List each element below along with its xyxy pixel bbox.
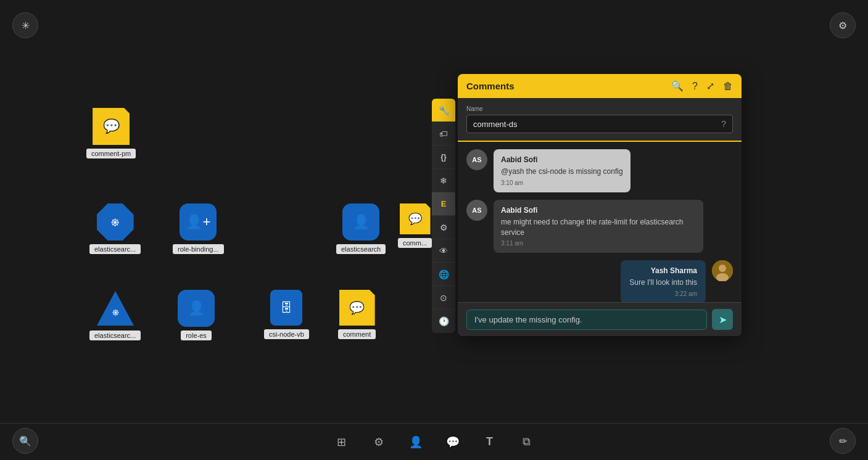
elasticsearch-1-icon: ⎈ [97,203,134,240]
message-time-2: 3:11 am [501,240,696,247]
node-csi-node-vb[interactable]: 🗄 csi-node-vb [264,290,309,339]
comment-pm-icon: 💬 [93,108,130,145]
message-bubble-2: Aabid Sofi me might need to change the r… [494,200,703,253]
help-icon[interactable]: ? [692,81,698,92]
bottom-tool-layers[interactable]: ⧉ [516,431,538,453]
bottom-toolbar: ⊞ ⚙ 👤 💬 T ⧉ [0,423,868,460]
message-sender-1: Aabid Sofi [501,155,623,164]
node-label: elasticsearch [336,244,386,254]
name-field-section: Name comment-ds ? [458,98,742,142]
message-bubble-3: Yash Sharma Sure I'll look into this 3:2… [621,260,706,302]
comments-header-icons: 🔍 ? ⤢ 🗑 [671,80,733,92]
message-text-3: Sure I'll look into this [629,277,697,288]
role-binding-icon: 👤+ [180,203,217,240]
toolbar-tag[interactable]: 🏷 [432,122,455,146]
toolbar-eye[interactable]: 👁 [432,239,455,263]
svg-text:⎈: ⎈ [112,306,118,318]
right-sidebar-toolbar: 🔧 🏷 {} ❄ E ⚙ 👁 🌐 ⊙ 🕐 [432,99,455,333]
message-row-1: AS Aabid Sofi @yash the csi-node is miss… [466,149,733,192]
node-elasticsearch-2[interactable]: 👤 elasticsearch [336,203,386,254]
message-sender-2: Aabid Sofi [501,206,696,215]
toolbar-gear[interactable]: ⚙ [432,216,455,239]
toolbar-github[interactable]: ⊙ [432,286,455,310]
send-button[interactable]: ➤ [712,309,733,330]
elasticsearch-tri-icon: ⎈ [96,290,135,327]
node-role-es[interactable]: 👤 role-es [178,290,215,340]
input-area: ➤ [458,302,742,336]
message-sender-3: Yash Sharma [629,266,697,275]
toolbar-braces[interactable]: {} [432,146,455,169]
bottom-tool-settings[interactable]: ⚙ [368,431,390,453]
node-comment-pm[interactable]: 💬 comment-pm [86,108,136,158]
zoom-button[interactable]: 🔍 [12,428,38,454]
message-input[interactable] [466,310,707,330]
toolbar-wrench[interactable]: 🔧 [432,99,455,122]
name-input-value: comment-ds [473,120,721,129]
node-role-binding[interactable]: 👤+ role-binding... [173,203,224,254]
bottom-tool-chat[interactable]: 💬 [442,431,464,453]
role-es-icon: 👤 [178,290,215,327]
delete-icon[interactable]: 🗑 [723,81,733,92]
comments-header: Comments 🔍 ? ⤢ 🗑 [458,74,742,98]
bottom-tool-user[interactable]: 👤 [405,431,427,453]
node-label: role-binding... [173,244,224,254]
avatar-aabid-2: AS [466,200,487,221]
toolbar-snowflake[interactable]: ❄ [432,169,455,192]
node-label: elasticsearc... [89,244,141,254]
svg-point-3 [719,265,726,272]
message-text-1: @yash the csi-node is missing config [501,166,623,177]
name-input-row[interactable]: comment-ds ? [466,115,733,133]
zoom-icon: 🔍 [19,435,31,447]
question-icon: ? [721,119,726,129]
bottom-tool-text[interactable]: T [479,431,501,453]
csi-node-icon: 🗄 [270,290,302,326]
node-elasticsearch-tri[interactable]: ⎈ elasticsearc... [89,290,141,340]
send-icon: ➤ [719,314,727,326]
node-comment-partial[interactable]: 💬 comm... [398,203,432,248]
toolbar-globe[interactable]: 🌐 [432,263,455,286]
message-text-2: me might need to change the rate-limit f… [501,217,696,238]
node-comment-bottom[interactable]: 💬 comment [338,290,376,339]
toolbar-clock[interactable]: 🕐 [432,310,455,333]
node-label: csi-node-vb [264,329,309,339]
message-row-3: Yash Sharma Sure I'll look into this 3:2… [466,260,733,302]
toolbar-e[interactable]: E [432,192,455,216]
expand-icon[interactable]: ⤢ [706,80,714,92]
bottom-tool-nodes[interactable]: ⊞ [331,431,353,453]
message-row-2: AS Aabid Sofi me might need to change th… [466,200,733,253]
name-label: Name [466,105,733,112]
node-label: comment [338,329,376,339]
pen-button[interactable]: ✏ [830,428,856,454]
node-label: role-es [181,331,212,340]
node-label: comm... [398,238,432,248]
canvas-area: 💬 comment-pm ⎈ elasticsearc... 👤+ role-b… [0,0,868,423]
message-time-3: 3:22 am [629,290,697,297]
node-elasticsearch-1[interactable]: ⎈ elasticsearc... [89,203,141,254]
message-time-1: 3:10 am [501,179,623,186]
comment-bottom-icon: 💬 [339,290,375,326]
node-label: elasticsearc... [89,331,141,340]
comment-partial-icon: 💬 [400,203,431,234]
pen-icon: ✏ [839,435,847,447]
search-icon[interactable]: 🔍 [671,80,684,92]
node-label: comment-pm [86,149,136,158]
message-bubble-1: Aabid Sofi @yash the csi-node is missing… [494,149,630,192]
comments-title: Comments [466,81,515,91]
messages-area: AS Aabid Sofi @yash the csi-node is miss… [458,142,742,302]
comments-panel: Comments 🔍 ? ⤢ 🗑 Name comment-ds ? AS Aa… [458,74,742,336]
avatar-aabid-1: AS [466,149,487,170]
elasticsearch-2-icon: 👤 [342,203,379,240]
avatar-yash [712,260,733,281]
